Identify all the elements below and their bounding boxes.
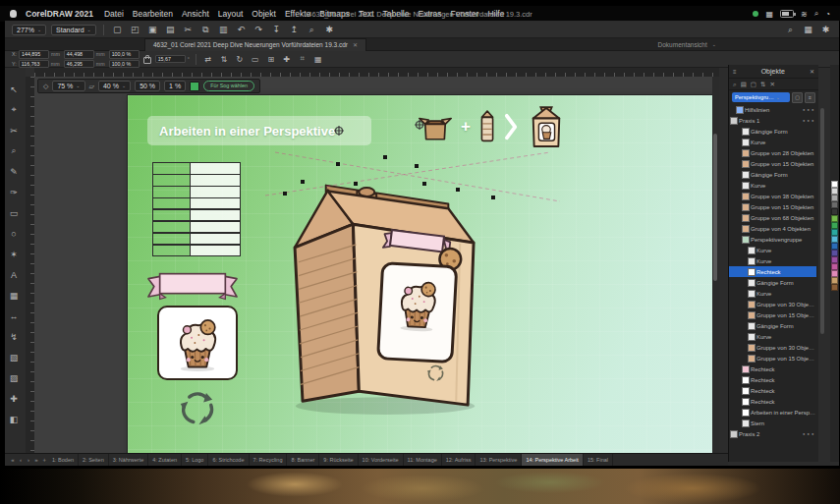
zoom-level-combo[interactable]: 277% ⌄ [12,25,46,35]
object-list-item[interactable]: Gängige Form ● ● ● [729,277,816,288]
zoom-levels-icon[interactable]: ⌕ [306,24,318,36]
choose-target-button[interactable]: Für Sog wählen [203,81,254,91]
page-tab[interactable]: 3: Nährwerte [109,454,149,466]
freehand-tool-icon[interactable]: ✎ [5,161,23,182]
export-icon[interactable]: ↥ [288,24,301,36]
object-list-item[interactable]: Gruppe von 15 Objekten ● ● ● [729,353,816,364]
table-tool-icon[interactable]: ▦ [5,285,23,306]
page-tab[interactable]: 12: Aufriss [442,454,476,466]
object-list-item[interactable]: Perspektivengruppe ● ● ● [729,234,816,245]
page-tab[interactable]: 6: Strichcode [208,454,249,466]
copy-icon[interactable]: ⧉ [199,24,212,36]
object-y-field[interactable]: 116,763 [19,60,49,69]
palette-color-swatch[interactable] [831,263,838,270]
shape-tool-icon[interactable]: ⌖ [5,99,23,120]
page-tab[interactable]: 5: Logo [182,454,208,466]
palette-color-swatch[interactable] [831,208,838,215]
page-tab[interactable]: 8: Banner [287,454,319,466]
palette-color-swatch[interactable] [831,236,838,243]
options-icon[interactable]: ✱ [323,24,336,36]
opacity-combo-1[interactable]: 75 % ⌄ [52,81,84,91]
palette-color-swatch[interactable] [831,256,838,263]
undo-icon[interactable]: ↶ [235,24,248,36]
object-list-item[interactable]: Rechteck ● ● ● [729,364,816,374]
close-icon[interactable]: ✕ [353,41,358,48]
prev-page-icon[interactable]: ‹ [17,457,25,463]
object-list-item[interactable]: Gruppe von 15 Objekten ● ● ● [729,201,816,212]
object-height-field[interactable]: 46,295 [64,60,94,69]
page-tab[interactable]: 2: Seiten [79,454,109,466]
menubar-item[interactable]: Objekt [252,9,276,19]
object-list-item[interactable]: Gängige Form ● ● ● [729,320,816,331]
object-list-item[interactable]: Rechteck ● ● ● [729,396,816,407]
object-list-item[interactable]: Gruppe von 30 Objekten ● ● ● [729,299,816,309]
battery-icon[interactable] [780,10,794,18]
palette-color-swatch[interactable] [831,181,838,188]
object-list-item[interactable]: Gruppe von 15 Objekten ● ● ● [729,158,816,169]
docker-delete-icon[interactable]: ✕ [769,81,774,88]
paste-icon[interactable]: ▥ [217,24,230,36]
object-list-item[interactable]: Rechteck ● ● ● [729,266,816,277]
page-tab[interactable]: 10: Vorderseite [359,454,404,466]
open-icon[interactable]: ◰ [129,24,141,36]
milk-carton-illustration[interactable] [283,150,497,418]
docker-search-icon[interactable]: ⌕ [733,81,737,88]
filter-menu-button[interactable]: ≡ [805,92,815,103]
add-perspective-icon[interactable]: ✚ [281,55,293,64]
preset-combo[interactable]: Standard ⌄ [51,25,96,35]
object-list-item[interactable]: Gruppe von 68 Objekten ● ● ● [729,212,816,223]
palette-color-swatch[interactable] [831,215,838,222]
polygon-tool-icon[interactable]: ✶ [5,244,23,264]
object-list-item[interactable]: Rechteck ● ● ● [729,385,816,396]
mirror-vertical-icon[interactable]: ⇅ [218,55,230,64]
artistic-media-tool-icon[interactable]: ✑ [5,182,23,202]
palette-color-swatch[interactable] [831,195,838,201]
drawing-canvas[interactable]: ◇ 75 % ⌄ ▱ 40 % ⌄ 50 % 1 % Für Sog wähle… [34,77,719,453]
object-list-item[interactable]: Gruppe von 15 Objekten ● ● ● [729,309,816,320]
object-list-item[interactable]: Kurve ● ● ● [729,245,816,255]
object-list-item[interactable]: Gruppe von 30 Objekten ● ● ● [729,342,816,353]
scrollbar-thumb[interactable] [713,134,717,281]
search-icon[interactable]: ⌕ [784,24,797,36]
workspace-icon[interactable]: ▦ [802,24,814,36]
app-menu-name[interactable]: CorelDRAW 2021 [26,9,93,19]
print-icon[interactable]: ▤ [164,24,177,36]
interactive-fill-tool-icon[interactable]: ◧ [5,409,23,429]
rectangle-tool-icon[interactable]: ▭ [5,202,23,223]
mirror-horizontal-icon[interactable]: ⇄ [202,55,214,64]
object-list-item[interactable]: Rechteck ● ● ● [729,374,816,385]
snap-grid-icon[interactable]: ⊞ [265,55,277,64]
palette-color-swatch[interactable] [831,270,838,277]
object-list-item[interactable]: Stern ● ● ● [729,418,816,428]
object-list-item[interactable]: Gruppe von 28 Objekten ● ● ● [729,147,816,158]
new-document-icon[interactable]: ▢ [111,24,124,36]
screen-share-icon[interactable] [753,11,758,17]
palette-color-swatch[interactable] [831,250,838,256]
layer-visibility-icons[interactable]: ● ● ● [803,118,816,123]
layer-visibility-icons[interactable]: ● ● ● [803,107,816,112]
object-list-item[interactable]: Kurve ● ● ● [729,288,816,299]
connector-tool-icon[interactable]: ↯ [5,326,23,347]
object-list-item[interactable]: Praxis 1 ● ● ● [729,115,816,126]
transparency-tool-icon[interactable]: ▨ [5,367,23,388]
object-list-item[interactable]: Kurve ● ● ● [729,137,816,147]
menubar-item[interactable]: Bearbeiten [133,9,173,19]
docker-new-layer-icon[interactable]: ▢ [751,81,756,88]
crop-tool-icon[interactable]: ✂ [5,120,23,140]
launcher-icon[interactable]: ✱ [819,24,832,36]
text-tool-icon[interactable]: A [5,264,23,285]
filter-option-button[interactable]: ▢ [792,92,803,103]
wireframe-icon[interactable]: ▭ [250,55,261,64]
page-tab[interactable]: 1: Boden [48,454,79,466]
first-page-icon[interactable]: « [9,457,17,463]
page-tab[interactable]: 15: Final [584,454,613,466]
close-icon[interactable]: ✕ [810,68,814,75]
object-list-item[interactable]: Hilfslinien ● ● ● [729,104,816,115]
palette-color-swatch[interactable] [831,201,838,208]
lock-ratio-icon[interactable] [143,57,151,64]
view-mode-label[interactable]: Dokumentansicht [658,41,707,48]
rotation-angle-field[interactable]: 15,67 [155,55,186,64]
save-icon[interactable]: ▣ [146,24,159,36]
perspective-type-icon[interactable]: ◇ [43,83,48,90]
object-list-item[interactable]: Kurve ● ● ● [729,180,816,191]
